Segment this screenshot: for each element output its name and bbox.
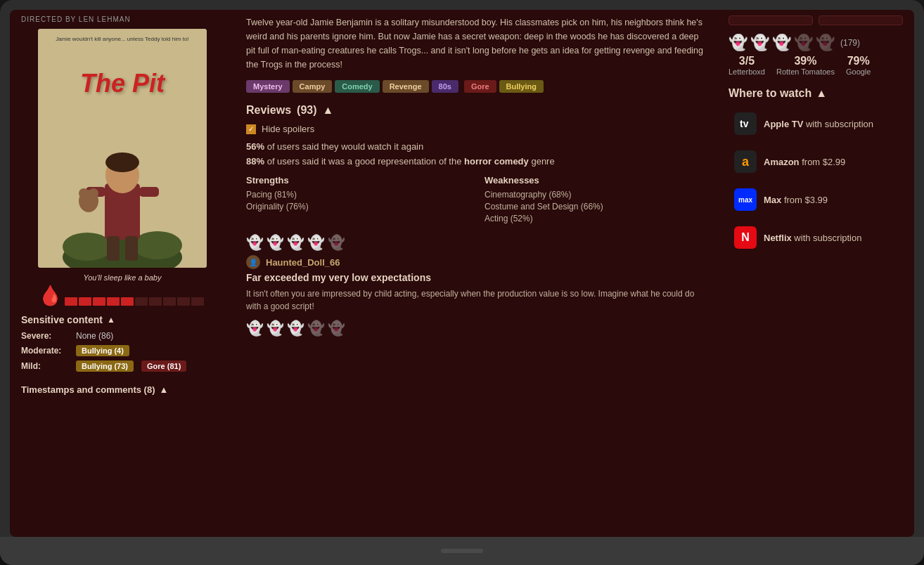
- laptop-notch: [441, 549, 483, 553]
- sensitive-content-chevron: ▲: [107, 315, 115, 325]
- blood-meter: 🩸: [38, 286, 207, 306]
- amazon-logo-text: a: [742, 155, 749, 169]
- appletv-icon: tv: [738, 117, 752, 131]
- svg-point-1: [63, 233, 112, 261]
- weakness-costume: Costume and Set Design (66%): [485, 202, 706, 212]
- review-ghost-4: 👻: [307, 234, 325, 251]
- reviews-header[interactable]: Reviews (93) ▲: [246, 104, 706, 117]
- tab-button-2[interactable]: [819, 15, 903, 25]
- sensitive-content-header[interactable]: Sensitive content ▲: [21, 314, 224, 325]
- ghost-rating-row: 👻 👻 👻 👻 👻 (179): [729, 34, 903, 52]
- max-logo: max: [734, 188, 757, 211]
- letterboxd-value: 3/5: [729, 55, 765, 67]
- review-text: It isn't often you are impressed by chil…: [246, 287, 706, 313]
- appletv-item[interactable]: tv Apple TV with subscription: [729, 108, 903, 139]
- mild-label: Mild:: [21, 361, 70, 371]
- meter-bars: [65, 297, 204, 306]
- max-logo-text: max: [738, 196, 752, 204]
- right-panel: 👻 👻 👻 👻 👻 (179) 3/5 Letterboxd 39% Rotte…: [717, 10, 914, 537]
- timestamps-header[interactable]: Timestamps and comments (8) ▲: [21, 384, 224, 395]
- review2-ghost-2: 👻: [267, 320, 284, 337]
- review1-ghosts: 👻 👻 👻 👻 👻: [246, 234, 706, 251]
- scores-row: 3/5 Letterboxd 39% Rotten Tomatoes 79% G…: [729, 55, 903, 76]
- stat-rep-end: genre: [531, 156, 554, 167]
- sensitive-content-label: Sensitive content: [21, 314, 103, 325]
- appletv-logo: tv: [734, 112, 757, 135]
- review2-ghost-4: 👻: [307, 320, 325, 337]
- stat-representation: 88% of users said it was a good represen…: [246, 156, 706, 167]
- reviewer-name[interactable]: Haunted_Doll_66: [266, 257, 340, 268]
- review-ghost-2: 👻: [267, 234, 284, 251]
- reviewer-row: 👤 Haunted_Doll_66: [246, 255, 706, 269]
- amazon-item[interactable]: a Amazon from $2.99: [729, 146, 903, 177]
- poster-tagline: Jamie wouldn't kill anyone... unless Ted…: [56, 36, 188, 42]
- rating-ghost-5: 👻: [816, 34, 835, 52]
- moderate-label: Moderate:: [21, 346, 70, 356]
- where-to-watch-header[interactable]: Where to watch ▲: [729, 87, 903, 100]
- moderate-bullying-tag[interactable]: Bullying (4): [76, 345, 129, 356]
- director-label: DIRECTED BY LEN LEHMAN: [21, 15, 224, 23]
- weakness-acting: Acting (52%): [485, 214, 706, 223]
- netflix-name: Netflix: [764, 233, 792, 243]
- tag-mystery[interactable]: Mystery: [246, 80, 290, 93]
- genre-tags-row: Mystery Campy Comedy Revenge 80s Gore Bu…: [246, 80, 706, 93]
- strengths-weaknesses: Strengths Pacing (81%) Originality (76%)…: [246, 175, 706, 226]
- tag-gore[interactable]: Gore: [464, 80, 496, 93]
- review2-ghosts: 👻 👻 👻 👻 👻: [246, 320, 706, 337]
- svg-point-2: [133, 231, 182, 259]
- google-value: 79%: [846, 55, 871, 67]
- mild-gore-tag[interactable]: Gore (81): [141, 361, 186, 372]
- google-label: Google: [846, 67, 871, 76]
- review-ghost-3: 👻: [287, 234, 304, 251]
- reviewer-avatar: 👤: [246, 255, 260, 269]
- tag-bullying[interactable]: Bullying: [499, 80, 544, 93]
- weakness-cinematography: Cinematography (68%): [485, 190, 706, 200]
- max-item[interactable]: max Max from $3.99: [729, 184, 903, 215]
- meter-bar-1: [65, 297, 77, 306]
- rating-ghost-4: 👻: [794, 34, 813, 52]
- netflix-item[interactable]: N Netflix with subscription: [729, 222, 903, 253]
- strength-originality: Originality (76%): [246, 202, 468, 212]
- letterboxd-label: Letterboxd: [729, 67, 765, 76]
- mild-bullying-tag[interactable]: Bullying (73): [76, 361, 134, 372]
- meter-bar-6: [135, 297, 148, 306]
- stat-rep-text: of users said it was a good representati…: [267, 156, 464, 167]
- amazon-name: Amazon: [764, 157, 800, 167]
- blood-drop-icon: 🩸: [38, 286, 63, 306]
- strengths-col: Strengths Pacing (81%) Originality (76%): [246, 175, 468, 226]
- rating-ghost-1: 👻: [729, 34, 747, 52]
- amazon-logo: a: [734, 150, 757, 173]
- netflix-text: Netflix with subscription: [764, 233, 861, 243]
- tag-campy[interactable]: Campy: [293, 80, 333, 93]
- rt-value: 39%: [776, 55, 835, 67]
- tag-comedy[interactable]: Comedy: [335, 80, 379, 93]
- severe-label: Severe:: [21, 331, 70, 341]
- meter-bar-9: [177, 297, 190, 306]
- reviews-chevron: ▲: [323, 104, 334, 117]
- tag-80s[interactable]: 80s: [432, 80, 458, 93]
- netflix-logo-text: N: [741, 231, 750, 244]
- poster-figure-svg: [59, 127, 186, 268]
- left-panel: DIRECTED BY LEN LEHMAN Jamie wouldn't ki…: [10, 10, 235, 537]
- hide-spoilers-checkbox[interactable]: ✓: [246, 124, 256, 134]
- sensitive-mild-row: Mild: Bullying (73) Gore (81): [21, 361, 224, 372]
- reviews-label: Reviews: [246, 104, 291, 117]
- max-name: Max: [764, 195, 781, 205]
- movie-poster: Jamie wouldn't kill anyone... unless Ted…: [38, 29, 207, 268]
- tag-revenge[interactable]: Revenge: [383, 80, 429, 93]
- review2-ghost-5: 👻: [328, 320, 345, 337]
- tab-button-1[interactable]: [729, 15, 813, 25]
- svg-rect-9: [139, 187, 159, 197]
- letterboxd-score: 3/5 Letterboxd: [729, 55, 765, 76]
- review2-ghost-3: 👻: [287, 320, 304, 337]
- appletv-detail: with subscription: [806, 119, 873, 129]
- hide-spoilers-row: ✓ Hide spoilers: [246, 124, 706, 134]
- svg-rect-7: [125, 236, 138, 261]
- svg-point-5: [105, 152, 139, 172]
- stat-watch-again-pct: 56%: [246, 141, 264, 152]
- timestamps-label: Timestamps and comments (8): [21, 384, 155, 395]
- svg-point-12: [89, 188, 98, 198]
- weaknesses-col: Weaknesses Cinematography (68%) Costume …: [485, 175, 706, 226]
- sleep-tagline: You'll sleep like a baby: [21, 273, 224, 282]
- stat-watch-again-text: of users said they would watch it again: [267, 141, 424, 152]
